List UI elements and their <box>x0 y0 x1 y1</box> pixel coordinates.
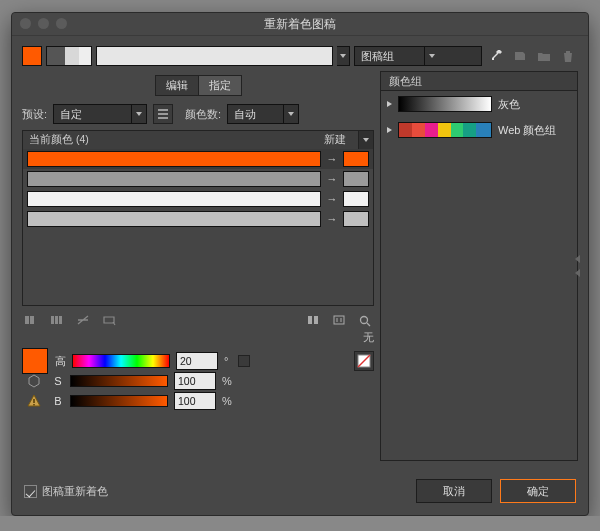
mode-tabs: 编辑 指定 <box>22 75 374 96</box>
new-row-tool[interactable] <box>100 312 118 328</box>
chevron-down-icon <box>429 54 435 58</box>
eyedropper-icon <box>489 49 503 63</box>
exclude-tool[interactable] <box>74 312 92 328</box>
chevron-down-icon <box>363 138 369 142</box>
folder-button[interactable] <box>534 47 554 65</box>
colors-count-select[interactable]: 自动 <box>227 104 299 124</box>
b-label: B <box>52 395 64 407</box>
save-icon <box>513 50 527 62</box>
new-color-chip[interactable] <box>343 211 369 227</box>
ok-button[interactable]: 确定 <box>500 479 576 503</box>
list-header-menu[interactable] <box>358 131 373 149</box>
color-row[interactable]: → <box>23 149 373 169</box>
svg-rect-0 <box>25 316 29 324</box>
current-color-bar[interactable] <box>27 151 321 167</box>
preset-row: 预设: 自定 颜色数: 自动 <box>22 104 374 124</box>
svg-rect-4 <box>59 316 62 324</box>
h-field[interactable]: 20 <box>176 352 218 370</box>
new-color-chip[interactable] <box>343 171 369 187</box>
color-row[interactable]: → <box>23 189 373 209</box>
traffic-lights <box>20 18 67 29</box>
preview-swatches[interactable] <box>46 46 92 66</box>
recolor-artwork-checkbox[interactable] <box>24 485 37 498</box>
dialog-content: 图稿组 编辑 指定 <box>16 39 584 511</box>
svg-rect-5 <box>308 316 312 324</box>
merge-icon <box>24 314 38 326</box>
window-title: 重新着色图稿 <box>264 17 336 31</box>
color-group-row[interactable]: Web 颜色组 <box>381 117 577 143</box>
none-label: 无 <box>363 330 374 345</box>
triangle-right-icon <box>387 101 392 107</box>
randomize-icon <box>306 314 320 326</box>
list-header-new: 新建 <box>312 133 358 147</box>
color-group-label: Web 颜色组 <box>498 123 556 138</box>
preset-value: 自定 <box>54 107 131 122</box>
current-color-bar[interactable] <box>27 191 321 207</box>
tab-edit[interactable]: 编辑 <box>155 75 199 96</box>
randomize-sat-tool[interactable] <box>330 312 348 328</box>
svg-rect-1 <box>30 316 34 324</box>
right-panel-wrap: 颜色组 灰色Web 颜色组 <box>380 71 578 461</box>
arrow-icon[interactable]: → <box>325 173 339 185</box>
dialog-recolor-artwork: 重新着色图稿 图稿组 <box>11 12 589 516</box>
list-toolstrip <box>22 312 374 328</box>
arrow-icon[interactable]: → <box>325 153 339 165</box>
hue-slider[interactable] <box>72 354 170 368</box>
traffic-close[interactable] <box>20 18 31 29</box>
exclude-icon <box>76 314 90 326</box>
titlebar[interactable]: 重新着色图稿 <box>12 13 588 36</box>
color-group-label: 灰色 <box>498 97 520 112</box>
find-in-swatches-tool[interactable] <box>356 312 374 328</box>
arrow-icon[interactable]: → <box>325 193 339 205</box>
b-slider[interactable] <box>70 395 168 407</box>
merge-tool[interactable] <box>22 312 40 328</box>
colors-count-value: 自动 <box>228 107 283 122</box>
none-swatch-button[interactable] <box>354 351 374 371</box>
traffic-min[interactable] <box>38 18 49 29</box>
new-color-chip[interactable] <box>343 191 369 207</box>
svg-rect-3 <box>55 316 58 324</box>
save-group-button[interactable] <box>510 47 530 65</box>
list-header-current: 当前颜色 (4) <box>23 133 312 147</box>
color-group-row[interactable]: 灰色 <box>381 91 577 117</box>
list-header: 当前颜色 (4) 新建 <box>23 131 373 150</box>
tab-assign[interactable]: 指定 <box>199 75 242 96</box>
trash-button[interactable] <box>558 47 578 65</box>
s-field[interactable]: 100 <box>174 372 216 390</box>
svg-point-8 <box>361 316 368 323</box>
panel-resize-handle[interactable] <box>573 251 581 281</box>
cube-icon <box>27 374 41 388</box>
preset-select[interactable]: 自定 <box>53 104 147 124</box>
link-color-toggle[interactable] <box>238 355 250 367</box>
color-group-name-field[interactable] <box>96 46 333 66</box>
active-color-swatch[interactable] <box>22 46 42 66</box>
artwork-group-select[interactable]: 图稿组 <box>354 46 482 66</box>
hsb-controls: 高 20 ° S <box>22 351 374 411</box>
chevron-down-icon <box>136 112 142 116</box>
svg-rect-6 <box>314 316 318 324</box>
color-mapping-list: 当前颜色 (4) 新建 →→→→ <box>22 130 374 306</box>
hsb-swatch[interactable] <box>22 348 48 374</box>
eyedropper-button[interactable] <box>486 47 506 65</box>
new-color-chip[interactable] <box>343 151 369 167</box>
svg-rect-11 <box>33 404 34 405</box>
color-row[interactable]: → <box>23 169 373 189</box>
randomize2-icon <box>332 314 346 326</box>
b-field[interactable]: 100 <box>174 392 216 410</box>
s-slider[interactable] <box>70 375 168 387</box>
color-group-name-dropdown[interactable] <box>337 46 350 66</box>
preset-options-button[interactable] <box>153 104 173 124</box>
cancel-button[interactable]: 取消 <box>416 479 492 503</box>
randomize-hue-tool[interactable] <box>304 312 322 328</box>
split-tool[interactable] <box>48 312 66 328</box>
current-color-bar[interactable] <box>27 211 321 227</box>
none-icon <box>357 354 371 368</box>
color-group-strip <box>398 122 492 138</box>
svg-rect-10 <box>33 399 34 403</box>
traffic-max[interactable] <box>56 18 67 29</box>
arrow-icon[interactable]: → <box>325 213 339 225</box>
color-row[interactable]: → <box>23 209 373 229</box>
current-color-bar[interactable] <box>27 171 321 187</box>
warning-icon <box>27 394 41 408</box>
color-group-strip <box>398 96 492 112</box>
